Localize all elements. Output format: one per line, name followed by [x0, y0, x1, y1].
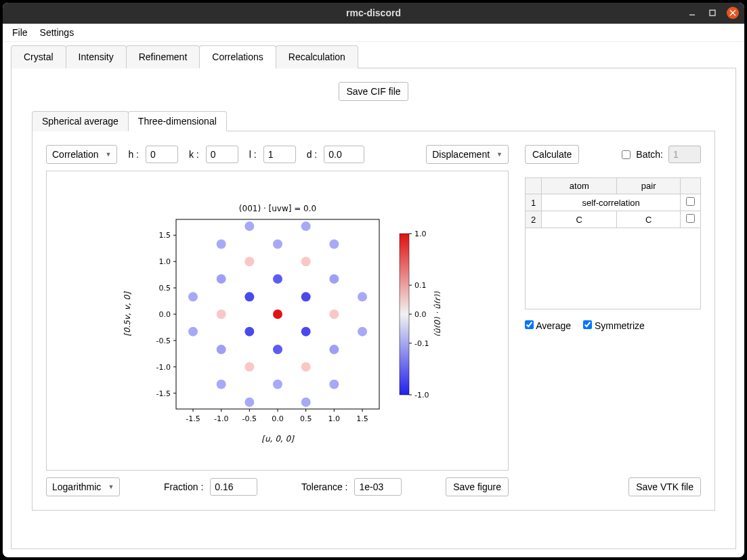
cell-atom[interactable]: C — [542, 211, 617, 228]
svg-point-40 — [216, 274, 226, 283]
displacement-dropdown-label: Displacement — [432, 149, 490, 160]
chevron-down-icon: ▼ — [496, 151, 503, 158]
cell-pair[interactable]: C — [617, 211, 681, 228]
fraction-input[interactable] — [210, 478, 257, 496]
svg-point-43 — [188, 292, 198, 301]
symmetrize-checkbox[interactable] — [583, 320, 592, 329]
batch-label: Batch: — [636, 149, 663, 160]
svg-point-41 — [273, 274, 282, 283]
pair-table: atom pair 1 self-correlation 2 C C — [525, 177, 701, 309]
svg-text:-0.5: -0.5 — [242, 414, 256, 423]
average-option[interactable]: Average — [525, 320, 571, 331]
correlation-plot: -1.5-1.0-0.50.00.51.01.5-1.5-1.0-0.50.00… — [46, 171, 509, 471]
scale-dropdown[interactable]: Logarithmic ▼ — [46, 477, 120, 496]
svg-text:[0.5v, v, 0]: [0.5v, v, 0] — [123, 290, 132, 336]
fraction-label: Fraction : — [164, 481, 203, 492]
k-input[interactable] — [206, 146, 238, 163]
tab-correlations[interactable]: Correlations — [199, 45, 276, 68]
chevron-down-icon: ▼ — [105, 151, 111, 158]
svg-point-38 — [244, 257, 254, 266]
displacement-dropdown[interactable]: Displacement ▼ — [426, 145, 509, 164]
svg-text:0.5: 0.5 — [299, 414, 312, 423]
svg-point-63 — [301, 397, 310, 406]
svg-text:-1.5: -1.5 — [156, 389, 170, 397]
row2-checkbox[interactable] — [686, 214, 695, 223]
maximize-button[interactable] — [706, 7, 719, 19]
col-atom[interactable]: atom — [542, 178, 617, 194]
svg-point-61 — [329, 379, 339, 389]
svg-text:0.0: 0.0 — [158, 310, 171, 319]
svg-point-55 — [273, 345, 282, 354]
svg-point-36 — [273, 239, 282, 249]
correlation-dropdown[interactable]: Correlation ▼ — [46, 145, 117, 164]
svg-text:-1.0: -1.0 — [213, 414, 228, 423]
table-row: 1 self-correlation — [526, 194, 701, 211]
svg-text:-1.5: -1.5 — [186, 414, 200, 423]
titlebar: rmc-discord — [3, 3, 744, 24]
tolerance-label: Tolerance : — [301, 481, 347, 492]
batch-checkbox[interactable] — [622, 150, 631, 159]
calculate-button[interactable]: Calculate — [525, 145, 579, 164]
window-title: rmc-discord — [346, 7, 401, 18]
svg-text:0.0: 0.0 — [272, 414, 284, 423]
d-input[interactable] — [324, 146, 364, 163]
table-row: 2 C C — [526, 211, 701, 228]
h-input[interactable] — [146, 146, 178, 163]
svg-point-45 — [301, 292, 310, 301]
subtab-spherical[interactable]: Spherical average — [32, 111, 129, 131]
average-checkbox[interactable] — [525, 320, 534, 329]
save-cif-button[interactable]: Save CIF file — [339, 82, 408, 101]
l-input[interactable] — [263, 146, 296, 163]
svg-point-62 — [244, 397, 254, 406]
col-pair[interactable]: pair — [617, 178, 681, 194]
tab-recalculation[interactable]: Recalculation — [276, 45, 358, 68]
svg-point-49 — [329, 309, 339, 319]
svg-point-59 — [216, 379, 226, 389]
svg-point-39 — [301, 257, 310, 266]
svg-point-53 — [358, 326, 367, 336]
svg-point-48 — [273, 309, 282, 319]
svg-point-52 — [301, 326, 310, 336]
symmetrize-option[interactable]: Symmetrize — [583, 320, 645, 331]
menubar: File Settings — [3, 24, 744, 42]
close-button[interactable] — [727, 7, 739, 19]
k-label: k : — [189, 149, 199, 160]
svg-point-37 — [329, 239, 339, 249]
svg-text:-1.0: -1.0 — [156, 362, 170, 371]
svg-text:1.0: 1.0 — [414, 230, 427, 238]
svg-text:(001) · [uvw] = 0.0: (001) · [uvw] = 0.0 — [238, 204, 316, 213]
svg-text:0.5: 0.5 — [158, 284, 171, 293]
svg-point-57 — [244, 362, 254, 371]
sub-tabs: Spherical average Three-dimensional — [32, 110, 715, 131]
tab-intensity[interactable]: Intensity — [66, 45, 127, 68]
cell-self-correlation[interactable]: self-correlation — [542, 194, 681, 211]
h-label: h : — [128, 149, 139, 160]
svg-point-51 — [244, 326, 254, 336]
svg-text:⟨û(0) · û(r)⟩: ⟨û(0) · û(r)⟩ — [433, 291, 440, 337]
svg-text:-0.5: -0.5 — [156, 336, 170, 345]
subtab-3d[interactable]: Three-dimensional — [128, 111, 227, 131]
svg-text:0.0: 0.0 — [414, 310, 427, 319]
chevron-down-icon: ▼ — [108, 483, 114, 490]
tolerance-input[interactable] — [354, 478, 402, 496]
svg-rect-67 — [400, 234, 409, 395]
save-vtk-button[interactable]: Save VTK file — [628, 477, 701, 496]
scale-dropdown-label: Logarithmic — [52, 481, 101, 492]
svg-text:0.1: 0.1 — [414, 281, 427, 290]
svg-point-56 — [329, 345, 339, 354]
batch-input[interactable] — [668, 146, 701, 163]
svg-point-50 — [188, 326, 198, 336]
d-label: d : — [307, 149, 318, 160]
save-figure-button[interactable]: Save figure — [446, 477, 509, 496]
svg-text:[u, 0, 0]: [u, 0, 0] — [261, 434, 295, 444]
minimize-button[interactable] — [686, 7, 698, 19]
row1-checkbox[interactable] — [686, 197, 695, 206]
svg-text:1.0: 1.0 — [158, 257, 171, 266]
menu-file[interactable]: File — [12, 27, 28, 38]
tab-refinement[interactable]: Refinement — [126, 45, 200, 68]
menu-settings[interactable]: Settings — [40, 27, 74, 38]
svg-point-46 — [358, 292, 367, 301]
svg-rect-1 — [710, 10, 715, 16]
tab-crystal[interactable]: Crystal — [11, 45, 66, 68]
svg-text:1.5: 1.5 — [356, 414, 368, 423]
